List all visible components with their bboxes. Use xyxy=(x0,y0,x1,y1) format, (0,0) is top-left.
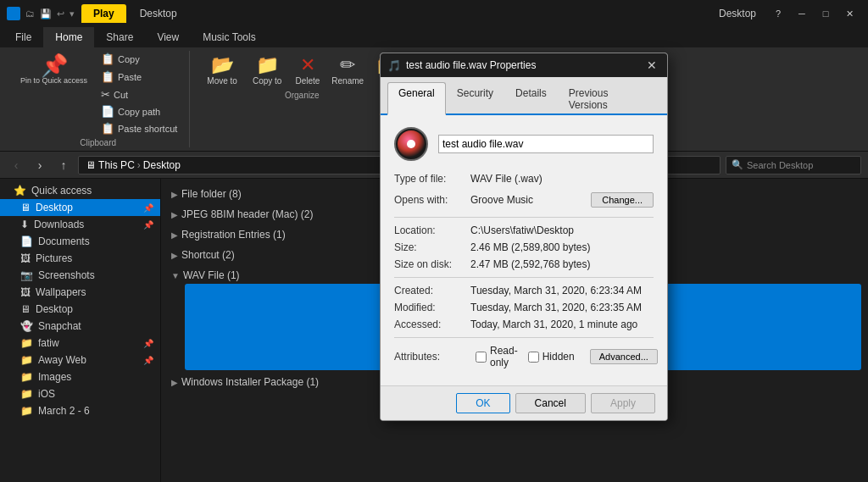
advanced-button[interactable]: Advanced... xyxy=(590,349,658,364)
dialog-overlay: 🎵 test audio file.wav Properties ✕ Gener… xyxy=(0,0,868,482)
dialog-title-icon: 🎵 xyxy=(387,59,401,72)
file-header xyxy=(394,127,654,161)
checkbox-group: Read-only Hidden Advanced... xyxy=(476,345,658,368)
readonly-checkbox-label[interactable]: Read-only xyxy=(476,345,518,368)
properties-dialog: 🎵 test audio file.wav Properties ✕ Gener… xyxy=(380,53,668,421)
modified-value: Tuesday, March 31, 2020, 6:23:35 AM xyxy=(470,302,642,313)
attributes-label: Attributes: xyxy=(394,351,470,363)
size-row: Size: 2.46 MB (2,589,800 bytes) xyxy=(394,241,654,253)
apply-button[interactable]: Apply xyxy=(591,393,655,413)
location-label: Location: xyxy=(394,224,470,236)
opens-with-value: Groove Music xyxy=(470,190,591,210)
type-row: Type of file: WAV File (.wav) xyxy=(394,173,654,185)
attributes-row: Attributes: Read-only Hidden Advanced... xyxy=(394,345,654,368)
opens-with-label: Opens with: xyxy=(394,190,470,210)
dialog-tabs: General Security Details Previous Versio… xyxy=(381,77,667,115)
file-name-input[interactable] xyxy=(438,135,654,153)
ok-button[interactable]: OK xyxy=(456,393,509,413)
size-label: Size: xyxy=(394,241,470,253)
change-button[interactable]: Change... xyxy=(591,192,654,208)
dialog-tab-general[interactable]: General xyxy=(387,82,446,115)
dialog-tab-security[interactable]: Security xyxy=(446,82,504,115)
dialog-tab-previous-versions[interactable]: Previous Versions xyxy=(558,82,660,115)
location-value: C:\Users\fatiw\Desktop xyxy=(470,224,574,236)
size-on-disk-value: 2.47 MB (2,592,768 bytes) xyxy=(470,258,590,270)
readonly-label: Read-only xyxy=(490,345,518,368)
modified-row: Modified: Tuesday, March 31, 2020, 6:23:… xyxy=(394,302,654,313)
divider-1 xyxy=(394,217,654,218)
dialog-footer: OK Cancel Apply xyxy=(381,385,667,420)
opens-with-row: Opens with: Groove Music Change... xyxy=(394,190,654,210)
dialog-close-button[interactable]: ✕ xyxy=(643,57,660,74)
accessed-label: Accessed: xyxy=(394,319,470,330)
dialog-tab-details[interactable]: Details xyxy=(504,82,558,115)
dialog-title-text: test audio file.wav Properties xyxy=(406,59,638,71)
created-row: Created: Tuesday, March 31, 2020, 6:23:3… xyxy=(394,285,654,296)
cancel-button[interactable]: Cancel xyxy=(515,393,586,413)
size-on-disk-row: Size on disk: 2.47 MB (2,592,768 bytes) xyxy=(394,258,654,270)
created-value: Tuesday, March 31, 2020, 6:23:34 AM xyxy=(470,285,642,296)
location-row: Location: C:\Users\fatiw\Desktop xyxy=(394,224,654,236)
created-label: Created: xyxy=(394,285,470,296)
divider-3 xyxy=(394,337,654,338)
readonly-checkbox[interactable] xyxy=(476,352,487,363)
dialog-title-bar: 🎵 test audio file.wav Properties ✕ xyxy=(381,53,667,77)
divider-2 xyxy=(394,277,654,278)
file-icon xyxy=(394,127,428,161)
accessed-row: Accessed: Today, March 31, 2020, 1 minut… xyxy=(394,319,654,330)
modified-label: Modified: xyxy=(394,302,470,313)
dialog-body: Type of file: WAV File (.wav) Opens with… xyxy=(381,115,667,385)
size-value: 2.46 MB (2,589,800 bytes) xyxy=(470,241,590,253)
accessed-value: Today, March 31, 2020, 1 minute ago xyxy=(470,319,637,330)
size-on-disk-label: Size on disk: xyxy=(394,258,470,270)
hidden-checkbox-label[interactable]: Hidden xyxy=(528,351,575,363)
type-value: WAV File (.wav) xyxy=(470,173,542,185)
type-label: Type of file: xyxy=(394,173,470,185)
hidden-label: Hidden xyxy=(542,351,575,363)
hidden-checkbox[interactable] xyxy=(528,352,539,363)
disc-icon xyxy=(398,130,425,158)
